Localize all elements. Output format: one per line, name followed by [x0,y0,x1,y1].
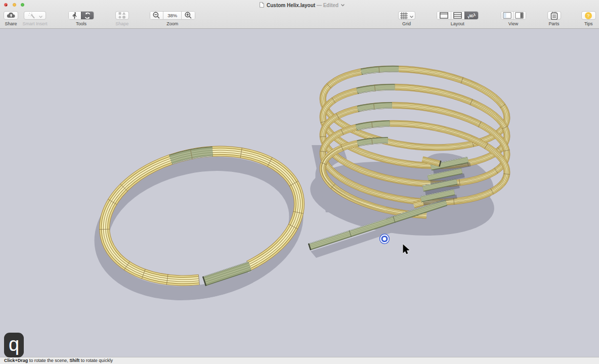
svg-text:?: ? [587,13,590,18]
svg-text:3D: 3D [468,14,474,18]
